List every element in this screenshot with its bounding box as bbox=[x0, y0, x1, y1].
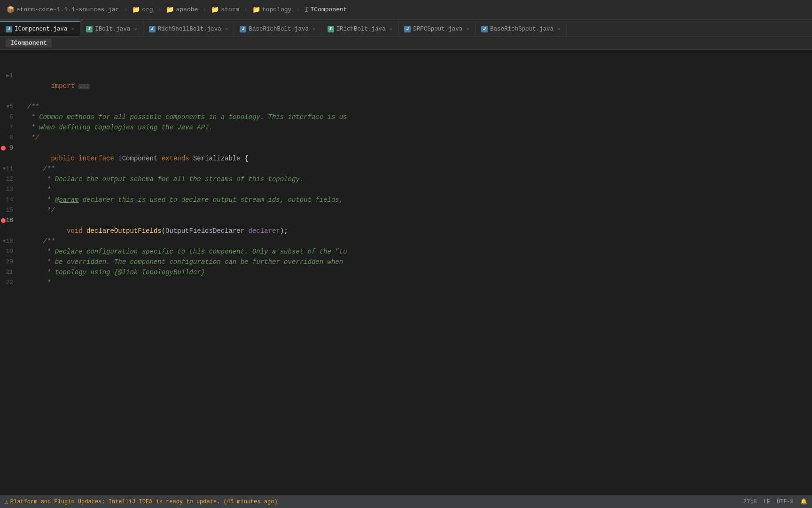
folder-icon: 📁 bbox=[252, 6, 260, 14]
java-icon: J bbox=[404, 26, 411, 32]
code-line-method-javadoc-param: * @param declarer this is used to declar… bbox=[27, 195, 808, 205]
tab-baserichhbolt[interactable]: J BaseRichBolt.java ✕ bbox=[234, 21, 321, 36]
gutter-line-empty2 bbox=[0, 153, 20, 164]
folder-icon: 📁 bbox=[132, 6, 140, 14]
gutter-line-empty bbox=[0, 81, 20, 102]
breakpoint-16[interactable] bbox=[1, 218, 6, 223]
tab-baserichspout[interactable]: J BaseRichSpout.java ✕ bbox=[476, 21, 567, 36]
gutter-line-comment-fold[interactable]: ▼ 5 bbox=[0, 102, 20, 112]
notification-icon[interactable]: 🔔 bbox=[800, 498, 807, 505]
breadcrumb-icomponent[interactable]: I IComponent bbox=[302, 5, 350, 15]
code-line-javadoc-open: /** bbox=[27, 102, 808, 112]
gutter-line-22: 22 bbox=[0, 278, 20, 288]
editor-container: ▶ 1 ▼ 5 6 7 8 9 ▼ 11 12 13 14 15 16 ▼ 1 bbox=[0, 50, 812, 495]
status-warning: ⚠ Platform and Plugin Updates: IntelliJ … bbox=[5, 498, 278, 506]
status-right: 27:8 LF UTF-8 🔔 bbox=[743, 498, 807, 505]
breadcrumb-bar: 📦 storm-core-1.1.1-sources.jar › 📁 org ›… bbox=[0, 0, 812, 20]
gutter-line-9: 9 bbox=[0, 143, 20, 153]
gutter-line-21: 21 bbox=[0, 267, 20, 278]
gutter-line-8: 8 bbox=[0, 133, 20, 143]
breadcrumb-topology[interactable]: 📁 topology bbox=[250, 5, 294, 15]
gutter-line-16: 16 bbox=[0, 215, 20, 226]
gutter-line-14: 14 bbox=[0, 195, 20, 205]
gutter-line-18-fold[interactable]: ▼ 18 bbox=[0, 236, 20, 246]
code-line-interface-decl: public interface IComponent extends Seri… bbox=[27, 143, 808, 153]
tab-close-drpcspout[interactable]: ✕ bbox=[466, 26, 469, 32]
tab-close-baserichhbolt[interactable]: ✕ bbox=[312, 26, 316, 32]
tab-irichbolt[interactable]: I IRichBolt.java ✕ bbox=[322, 21, 399, 36]
code-line-empty4 bbox=[27, 91, 808, 102]
tab-close-irichbolt[interactable]: ✕ bbox=[390, 26, 393, 32]
gutter-line-11-fold[interactable]: ▼ 11 bbox=[0, 164, 20, 174]
tab-close-richshellbolt[interactable]: ✕ bbox=[225, 26, 228, 32]
code-line-empty3 bbox=[27, 81, 808, 91]
gutter-line-2[interactable]: ▶ 1 bbox=[0, 71, 20, 81]
interface-icon: I bbox=[328, 26, 334, 32]
gutter-line-13: 13 bbox=[0, 184, 20, 195]
code-line-config-javadoc-4: * bbox=[27, 278, 808, 288]
gutter-line-1 bbox=[0, 50, 20, 71]
code-line-method-javadoc-open: /** bbox=[27, 164, 808, 174]
cursor-position: 27:8 bbox=[743, 499, 757, 505]
file-breadcrumb: IComponent bbox=[0, 37, 812, 50]
breadcrumb-apache[interactable]: 📁 apache bbox=[163, 5, 201, 15]
gutter-line-12: 12 bbox=[0, 174, 20, 184]
code-line-javadoc-2: * when defining topologies using the Jav… bbox=[27, 122, 808, 133]
line-separator: LF bbox=[764, 499, 770, 505]
code-line-config-javadoc-open: /** bbox=[27, 236, 808, 246]
code-line-method-javadoc-close: */ bbox=[27, 205, 808, 215]
gutter-line-15: 15 bbox=[0, 205, 20, 215]
gutter-line-19: 19 bbox=[0, 246, 20, 257]
jar-icon: 📦 bbox=[7, 6, 15, 14]
tab-ibolt[interactable]: I IBolt.java ✕ bbox=[80, 21, 143, 36]
java-icon: J bbox=[6, 26, 12, 32]
code-line-javadoc-1: * Common methods for all possible compon… bbox=[27, 112, 808, 122]
breadcrumb-org[interactable]: 📁 org bbox=[129, 5, 156, 15]
java-icon: J bbox=[481, 26, 488, 32]
gutter-line-empty3 bbox=[0, 226, 20, 236]
tab-icomponent[interactable]: J IComponent.java ✕ bbox=[0, 21, 80, 36]
interface-icon: I bbox=[86, 26, 93, 32]
tab-richshellbolt[interactable]: J RichShellBolt.java ✕ bbox=[143, 21, 234, 36]
code-line-empty2 bbox=[27, 60, 808, 71]
breakpoint-9[interactable] bbox=[1, 146, 6, 151]
code-line-javadoc-close1: */ bbox=[27, 133, 808, 143]
code-editor[interactable]: import ... /** * Common methods for all … bbox=[23, 50, 812, 495]
gutter-line-6: 6 bbox=[0, 112, 20, 122]
java-icon: J bbox=[240, 26, 246, 32]
tab-bar: J IComponent.java ✕ I IBolt.java ✕ J Ric… bbox=[0, 20, 812, 37]
status-bar: ⚠ Platform and Plugin Updates: IntelliJ … bbox=[0, 495, 812, 508]
code-line-config-javadoc-3: * topology using {@link TopologyBuilder} bbox=[27, 267, 808, 278]
code-line-declare-method: void declareOutputFields(OutputFieldsDec… bbox=[27, 215, 808, 226]
warning-icon: ⚠ bbox=[5, 498, 8, 506]
status-left: ⚠ Platform and Plugin Updates: IntelliJ … bbox=[5, 498, 278, 506]
line-numbers: ▶ 1 ▼ 5 6 7 8 9 ▼ 11 12 13 14 15 16 ▼ 1 bbox=[0, 50, 23, 495]
file-breadcrumb-label: IComponent bbox=[6, 39, 52, 48]
tab-close-ibolt[interactable]: ✕ bbox=[134, 26, 137, 32]
code-line-method-javadoc-1: * Declare the output schema for all the … bbox=[27, 174, 808, 184]
tab-close-baserichspout[interactable]: ✕ bbox=[557, 26, 561, 32]
code-line-method-javadoc-2: * bbox=[27, 184, 808, 195]
interface-icon: I bbox=[304, 6, 308, 14]
gutter-line-7: 7 bbox=[0, 122, 20, 133]
tab-drpcspout[interactable]: J DRPCSpout.java ✕ bbox=[398, 21, 476, 36]
code-line-empty1 bbox=[27, 50, 808, 60]
tab-close-icomponent[interactable]: ✕ bbox=[71, 26, 75, 32]
breadcrumb-jar[interactable]: 📦 storm-core-1.1.1-sources.jar bbox=[4, 5, 122, 15]
code-line-import: import ... bbox=[27, 71, 808, 81]
code-line-config-javadoc-2: * be overridden. The component configura… bbox=[27, 257, 808, 267]
encoding: UTF-8 bbox=[777, 499, 794, 505]
folder-icon: 📁 bbox=[211, 6, 219, 14]
java-icon: J bbox=[149, 26, 156, 32]
code-line-config-javadoc-1: * Declare configuration specific to this… bbox=[27, 246, 808, 257]
breadcrumb-storm[interactable]: 📁 storm bbox=[208, 5, 242, 15]
folder-icon: 📁 bbox=[166, 6, 174, 14]
gutter-line-20: 20 bbox=[0, 257, 20, 267]
